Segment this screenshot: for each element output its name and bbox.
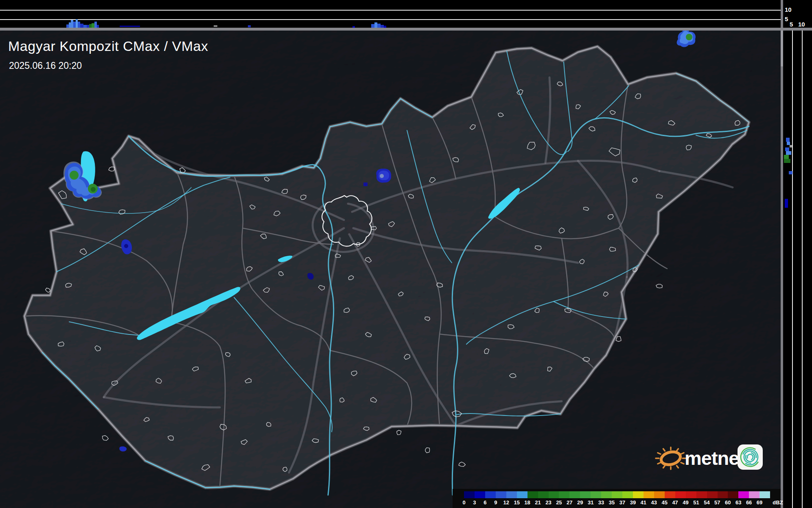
echo-mark	[214, 25, 217, 27]
colorbar-segment	[549, 491, 559, 498]
top-axis-label-5: 5	[785, 16, 788, 22]
colorbar-tick-label: 43	[648, 499, 660, 506]
colorbar-segment	[643, 491, 654, 498]
colorbar-tick-label: 51	[690, 499, 702, 506]
echo-mark	[377, 24, 381, 28]
colorbar-tick-label: 23	[543, 499, 554, 506]
colorbar-segment	[527, 491, 538, 498]
colorbar-segment	[538, 491, 549, 498]
colorbar-tick-label: 49	[680, 499, 692, 506]
timestamp: 2025.06.16 20:20	[9, 60, 82, 71]
colorbar-tick-label: 54	[701, 499, 712, 506]
colorbar-segment	[496, 491, 506, 498]
colorbar-tick-label: 45	[659, 499, 670, 506]
colorbar-segment	[622, 491, 633, 498]
radar-display: 10 5 5 10 Magyar Kompozit CMax / VMax 20…	[0, 0, 812, 508]
echo-mark	[381, 25, 384, 28]
colorbar-segment	[718, 491, 728, 498]
colorbar-tick-label: 63	[733, 499, 744, 506]
radar-echo	[124, 244, 128, 248]
echo-mark	[374, 22, 377, 28]
echo-mark	[248, 25, 251, 27]
echo-mark	[120, 26, 140, 27]
colorbar-tick-label: 18	[522, 499, 533, 506]
colorbar-segment	[686, 491, 696, 498]
right-gridline-10km	[802, 31, 803, 508]
panel-separator-horizontal	[0, 28, 812, 31]
top-axis-label-10: 10	[785, 7, 792, 13]
colorbar-segment	[475, 491, 485, 498]
echo-mark	[83, 25, 87, 28]
colorbar-unit-label: dBZ	[771, 499, 785, 506]
colorbar-tick-label: 37	[617, 499, 628, 506]
colorbar-segment	[707, 491, 718, 498]
right-axis-label-10: 10	[798, 21, 805, 27]
colorbar-segment	[759, 491, 770, 498]
colorbar-tick-label: 27	[564, 499, 575, 506]
colorbar-tick-label: 47	[670, 499, 681, 506]
product-title: Magyar Kompozit CMax / VMax	[8, 38, 208, 54]
colorbar-segment	[559, 491, 569, 498]
colorbar-tick-label: 66	[743, 499, 755, 506]
colorbar-tick-label: 6	[479, 499, 491, 506]
colorbar-segment	[506, 491, 517, 498]
colorbar-segment	[738, 491, 749, 498]
colorbar-tick-label: 21	[532, 499, 544, 506]
colorbar-segment	[464, 491, 475, 498]
colorbar-tick-label: 60	[722, 499, 733, 506]
echo-mark	[97, 25, 99, 28]
colorbar-tick-label: 57	[711, 499, 723, 506]
colorbar-gradient	[464, 491, 770, 498]
metnet-logo: metnet	[654, 441, 770, 473]
colorbar-tick-label: 12	[501, 499, 512, 506]
colorbar-tick-label: 29	[574, 499, 586, 506]
app-icon-background	[738, 444, 763, 470]
colorbar-segment	[569, 491, 580, 498]
colorbar-panel: 0369121518212325272931333537394143454749…	[453, 489, 781, 508]
colorbar-segment	[601, 491, 612, 498]
radar-echo	[70, 171, 79, 180]
colorbar-segment	[665, 491, 675, 498]
right-height-cross-section	[783, 31, 812, 508]
top-echo-marks	[0, 0, 781, 28]
radar-echo	[380, 174, 384, 178]
colorbar-segment	[580, 491, 591, 498]
colorbar-segment	[517, 491, 527, 498]
colorbar-tick-label: 39	[627, 499, 639, 506]
radar-echo	[686, 34, 692, 40]
colorbar-segment	[633, 491, 643, 498]
sun-ring	[660, 450, 682, 467]
colorbar-tick-label: 31	[585, 499, 596, 506]
colorbar-tick-label: 25	[553, 499, 565, 506]
colorbar-tick-label: 33	[595, 499, 607, 506]
colorbar-tick-label: 3	[469, 499, 480, 506]
brand-text: metnet	[685, 447, 745, 469]
echo-mark	[92, 23, 94, 28]
colorbar-segment	[591, 491, 601, 498]
right-gridline-5km	[792, 31, 793, 508]
colorbar-tick-label: 0	[458, 499, 470, 506]
radar-echo	[91, 187, 96, 192]
colorbar-tick-label: 9	[490, 499, 501, 506]
radar-map	[0, 0, 812, 508]
echo-mark	[371, 24, 374, 28]
colorbar-segment	[675, 491, 686, 498]
colorbar-tick-label: 41	[638, 499, 649, 506]
colorbar-segment	[696, 491, 707, 498]
echo-mark	[80, 24, 83, 28]
radar-echo	[363, 183, 368, 186]
colorbar-segment	[728, 491, 738, 498]
right-axis-label-5: 5	[790, 21, 793, 27]
colorbar-segment	[654, 491, 665, 498]
colorbar-segment	[749, 491, 759, 498]
colorbar-segment	[612, 491, 622, 498]
colorbar-segment	[485, 491, 496, 498]
colorbar-tick-label: 69	[754, 499, 765, 506]
colorbar-tick-label: 35	[606, 499, 617, 506]
colorbar-tick-label: 15	[511, 499, 523, 506]
